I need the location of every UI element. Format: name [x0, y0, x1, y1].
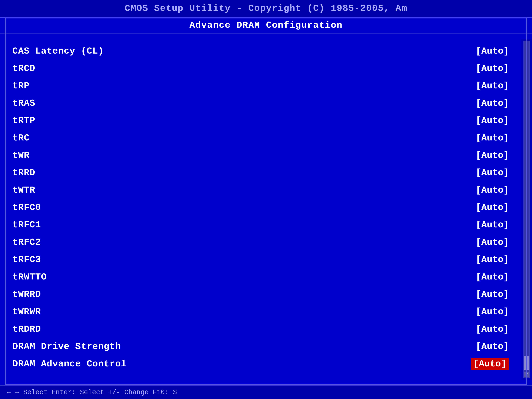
scrollbar-area: ▼ [521, 39, 532, 380]
table-row[interactable]: tWRRD[Auto] [11, 286, 511, 303]
table-row[interactable]: tRFC3[Auto] [11, 251, 511, 268]
table-row[interactable]: tRP[Auto] [11, 77, 511, 95]
setting-value-text: [Auto] [476, 341, 509, 352]
setting-value-cell: [Auto] [311, 251, 511, 268]
title-bar: CMOS Setup Utility - Copyright (C) 1985-… [0, 0, 532, 18]
setting-value-cell: [Auto] [311, 147, 511, 164]
table-row[interactable]: tRWTTO[Auto] [11, 268, 511, 286]
setting-value-cell: [Auto] [311, 216, 511, 234]
setting-value-text: [Auto] [476, 220, 509, 230]
setting-value-text: [Auto] [476, 272, 509, 282]
setting-value-cell: [Auto] [311, 42, 511, 60]
setting-value-cell: [Auto] [311, 234, 511, 251]
setting-value-text: [Auto] [476, 237, 509, 247]
table-row[interactable]: tRTP[Auto] [11, 112, 511, 129]
bios-screen: CMOS Setup Utility - Copyright (C) 1985-… [0, 0, 532, 399]
setting-name-cell: tRTP [11, 112, 311, 129]
scrollbar-track[interactable]: ▼ [524, 41, 530, 378]
table-row[interactable]: tRFC2[Auto] [11, 234, 511, 251]
setting-name-cell: tWTR [11, 181, 311, 199]
setting-name-cell: tRFC0 [11, 199, 311, 216]
setting-name-cell: tRWTTO [11, 268, 311, 286]
setting-value-cell: [Auto] [311, 60, 511, 77]
setting-value-text: [Auto] [476, 46, 509, 56]
setting-value-text: [Auto] [476, 307, 509, 317]
table-row[interactable]: tRFC0[Auto] [11, 199, 511, 216]
setting-value-text: [Auto] [471, 358, 509, 370]
table-row[interactable]: tRCD[Auto] [11, 60, 511, 77]
setting-value-cell: [Auto] [311, 77, 511, 95]
content-area: CAS Latency (CL)[Auto]tRCD[Auto]tRP[Auto… [0, 33, 532, 385]
setting-value-text: [Auto] [476, 98, 509, 108]
bottom-bar: ← → Select Enter: Select +/- Change F10:… [0, 385, 532, 399]
table-row[interactable]: tWTR[Auto] [11, 181, 511, 199]
setting-value-text: [Auto] [476, 202, 509, 213]
table-row[interactable]: tRFC1[Auto] [11, 216, 511, 234]
setting-name-cell: tWRRD [11, 286, 311, 303]
table-row[interactable]: tRAS[Auto] [11, 95, 511, 112]
setting-value-text: [Auto] [476, 289, 509, 300]
setting-name-cell: tRAS [11, 95, 311, 112]
settings-table: CAS Latency (CL)[Auto]tRCD[Auto]tRP[Auto… [11, 42, 511, 373]
setting-name-cell: tWR [11, 147, 311, 164]
setting-name-cell: DRAM Advance Control [11, 355, 311, 373]
setting-name-cell: tRFC3 [11, 251, 311, 268]
footer-text: ← → Select Enter: Select +/- Change F10:… [7, 388, 177, 396]
setting-value-text: [Auto] [476, 63, 509, 74]
setting-value-cell: [Auto] [311, 181, 511, 199]
setting-name-cell: tRFC2 [11, 234, 311, 251]
scrollbar-arrow-down[interactable]: ▼ [524, 372, 529, 377]
setting-value-cell: [Auto] [311, 199, 511, 216]
setting-name-cell: CAS Latency (CL) [11, 42, 311, 60]
setting-value-cell[interactable]: [Auto] [311, 355, 511, 373]
table-row[interactable]: CAS Latency (CL)[Auto] [11, 42, 511, 60]
setting-value-text: [Auto] [476, 185, 509, 196]
table-row[interactable]: tRRD[Auto] [11, 164, 511, 181]
main-content: CAS Latency (CL)[Auto]tRCD[Auto]tRP[Auto… [0, 39, 521, 380]
subtitle-text: Advance DRAM Configuration [189, 20, 342, 31]
setting-name-cell: tRC [11, 129, 311, 147]
subtitle-bar: Advance DRAM Configuration [0, 18, 532, 33]
title-text: CMOS Setup Utility - Copyright (C) 1985-… [125, 3, 407, 14]
setting-name-cell: tWRWR [11, 303, 311, 320]
setting-name-cell: tRCD [11, 60, 311, 77]
setting-value-cell: [Auto] [311, 338, 511, 355]
setting-value-cell: [Auto] [311, 164, 511, 181]
setting-value-cell: [Auto] [311, 286, 511, 303]
table-row[interactable]: tRC[Auto] [11, 129, 511, 147]
table-row[interactable]: DRAM Drive Strength[Auto] [11, 338, 511, 355]
setting-value-cell: [Auto] [311, 268, 511, 286]
table-row[interactable]: tWRWR[Auto] [11, 303, 511, 320]
setting-value-text: [Auto] [476, 133, 509, 143]
setting-name-cell: tRP [11, 77, 311, 95]
setting-value-cell: [Auto] [311, 95, 511, 112]
setting-name-cell: tRDRD [11, 320, 311, 338]
setting-value-text: [Auto] [476, 324, 509, 335]
setting-value-cell: [Auto] [311, 303, 511, 320]
table-row[interactable]: tRDRD[Auto] [11, 320, 511, 338]
table-row[interactable]: DRAM Advance Control[Auto] [11, 355, 511, 373]
table-row[interactable]: tWR[Auto] [11, 147, 511, 164]
scrollbar-thumb[interactable] [524, 356, 529, 370]
setting-name-cell: DRAM Drive Strength [11, 338, 311, 355]
setting-value-text: [Auto] [476, 115, 509, 126]
setting-value-cell: [Auto] [311, 129, 511, 147]
setting-value-text: [Auto] [476, 150, 509, 161]
setting-value-text: [Auto] [476, 168, 509, 178]
setting-name-cell: tRRD [11, 164, 311, 181]
setting-value-cell: [Auto] [311, 320, 511, 338]
setting-value-cell: [Auto] [311, 112, 511, 129]
setting-name-cell: tRFC1 [11, 216, 311, 234]
setting-value-text: [Auto] [476, 81, 509, 91]
setting-value-text: [Auto] [476, 254, 509, 265]
